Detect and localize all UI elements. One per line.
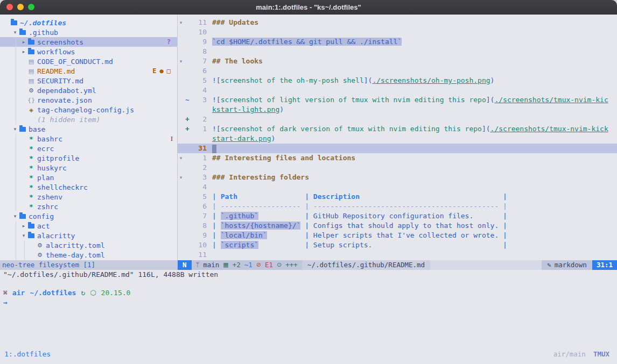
editor-row[interactable]: 2 — [178, 163, 617, 173]
editor-row[interactable]: 8| `hosts/{hostname}/` | Configs that sh… — [178, 221, 617, 231]
chevron-right-icon[interactable]: ▸ — [20, 223, 27, 229]
tree-item-label: huskyrc — [37, 164, 67, 172]
line-text: start-dark.png) — [212, 134, 275, 144]
tree-item-dotfiles[interactable]: ~/.dotfiles — [0, 18, 177, 27]
editor-row[interactable]: 5![screenshot of the oh-my-posh shell](.… — [178, 76, 617, 85]
editor-row[interactable]: ▾3### Interesting folders — [178, 173, 617, 182]
tree-item-dependabot-yml[interactable]: ⚙dependabot.yml — [0, 85, 177, 95]
tmux-window-item[interactable]: 1:.dotfiles — [4, 350, 51, 358]
fold-marker-icon[interactable]: ▾ — [178, 56, 184, 66]
folder-icon — [27, 223, 36, 230]
folder-icon — [27, 39, 36, 46]
editor-row[interactable]: 5| Path | Description | — [178, 192, 617, 202]
text: ) — [490, 76, 495, 84]
close-button[interactable] — [6, 4, 13, 10]
git-branch-text: main — [203, 260, 219, 270]
zoom-button[interactable] — [28, 4, 34, 10]
tree-item-readme-md[interactable]: ▤README.mdE●□ — [0, 66, 177, 76]
editor-row[interactable]: ~3![screenshot of light version of tmux … — [178, 95, 617, 105]
tree-item-1-hidden-item[interactable]: (1 hidden item) — [0, 115, 177, 124]
tree-item-theme-day-toml[interactable]: ⚙theme-day.toml — [0, 250, 177, 260]
indent-guide — [12, 231, 20, 240]
tree-item-label: renovate.json — [37, 96, 92, 104]
fold-marker-icon[interactable]: ▾ — [178, 18, 184, 27]
fold-marker-icon[interactable]: ▾ — [178, 173, 184, 182]
editor-row[interactable]: 6| ------------------- | ---------------… — [178, 202, 617, 211]
minimize-button[interactable] — [17, 4, 24, 10]
tree-item-plan[interactable]: *plan — [0, 173, 177, 182]
editor-row[interactable]: 4 — [178, 182, 617, 192]
chevron-right-icon[interactable]: ▸ — [20, 49, 27, 54]
tree-item-shellcheckrc[interactable]: *shellcheckrc — [0, 182, 177, 192]
tree-item-gitprofile[interactable]: *gitprofile — [0, 153, 177, 163]
editor-row[interactable]: start-dark.png) — [178, 134, 617, 144]
tree-item-base[interactable]: ▾base — [0, 124, 177, 134]
mode-indicator: N — [178, 260, 192, 270]
inline-code: `.github` — [221, 212, 258, 220]
editor-row[interactable]: 8 — [178, 47, 617, 56]
text: | — [212, 241, 221, 249]
editor-row[interactable]: +1![screenshot of dark version of tmux w… — [178, 124, 617, 134]
dotfile-icon: * — [27, 203, 36, 211]
editor-pane[interactable]: ▾11### Updates109`cd $HOME/.dotfiles && … — [178, 15, 617, 260]
editor-row[interactable]: 10 — [178, 27, 617, 37]
editor-row[interactable]: ▾1## Interesting files and locations — [178, 153, 617, 163]
titlebar[interactable]: main:1:.dotfiles - "ks~/.dotfiles" — [0, 0, 617, 15]
tree-item-ecrc[interactable]: *ecrc — [0, 144, 177, 153]
chevron-right-icon[interactable]: ▸ — [20, 39, 27, 45]
chevron-down-icon[interactable]: ▾ — [12, 126, 18, 132]
line-number — [191, 105, 207, 115]
text: ![ — [212, 76, 221, 84]
chevron-down-icon[interactable]: ▾ — [12, 30, 18, 35]
editor-row[interactable]: 11 — [178, 250, 617, 260]
line-number: 10 — [191, 27, 207, 37]
indent-guide — [3, 76, 12, 85]
shell-area[interactable]: ⌘air~/.dotfiles↻⬡20.15.0 → — [0, 280, 617, 347]
indent-guide — [12, 144, 20, 153]
tree-item-alacritty[interactable]: ▾alacritty — [0, 231, 177, 240]
neo-tree-sidebar: ~/.dotfiles▾.github▸screenshots?▸workflo… — [0, 15, 178, 260]
text: ]( — [486, 96, 495, 104]
tree-item-act[interactable]: ▸act — [0, 221, 177, 231]
tree-item-zshenv[interactable]: *zshenv — [0, 192, 177, 202]
tree-item-github[interactable]: ▾.github — [0, 27, 177, 37]
tree-item-zshrc[interactable]: *zshrc — [0, 202, 177, 211]
indent-guide — [3, 221, 12, 231]
line-text: `cd $HOME/.dotfiles && git pull && ./ins… — [212, 37, 402, 47]
chevron-down-icon[interactable]: ▾ — [12, 213, 18, 219]
tree-item-bashrc[interactable]: *bashrcI — [0, 134, 177, 144]
tree-item-renovate-json[interactable]: {}renovate.json — [0, 95, 177, 105]
tree-item-config[interactable]: ▾config — [0, 211, 177, 221]
tree-item-label: zshenv — [37, 193, 62, 201]
editor-row[interactable]: 31 — [178, 144, 617, 153]
tree-item-huskyrc[interactable]: *huskyrc — [0, 163, 177, 173]
editor-row[interactable]: 7| `.github` | GitHub Repository configu… — [178, 211, 617, 221]
text: ) — [279, 105, 284, 113]
tmux-right-status: air/main TMUX — [553, 350, 609, 358]
gear-icon: ⚙ — [36, 252, 44, 259]
editor-row[interactable]: ▾11### Updates — [178, 18, 617, 27]
editor-row[interactable]: ▾7## The looks — [178, 56, 617, 66]
editor-row[interactable]: 10| `scripts` | Setup scripts. | — [178, 240, 617, 250]
tree-item-tag-changelog-config-js[interactable]: ◈tag-changelog-config.js — [0, 105, 177, 115]
tree-item-code-of-conduct-md[interactable]: ▤CODE_OF_CONDUCT.md — [0, 56, 177, 66]
tree-item-security-md[interactable]: ▤SECURITY.md — [0, 76, 177, 85]
git-status-badge: E — [152, 67, 156, 75]
editor-row[interactable]: 9| `local/bin` | Helper scripts that I'v… — [178, 231, 617, 240]
fold-marker-icon[interactable]: ▾ — [178, 153, 184, 163]
editor-row[interactable]: 6 — [178, 66, 617, 76]
line-number: 5 — [191, 192, 207, 202]
editor-row[interactable]: +2 — [178, 115, 617, 124]
tree-item-workflows[interactable]: ▸workflows — [0, 47, 177, 56]
editor-row[interactable]: kstart-light.png) — [178, 105, 617, 115]
tree-item-label: CODE_OF_CONDUCT.md — [37, 58, 113, 66]
dotfile-icon: * — [27, 135, 36, 143]
folder-icon — [27, 48, 36, 55]
tree-item-label: shellcheckrc — [37, 183, 88, 191]
editor-row[interactable]: 4 — [178, 85, 617, 95]
status-badges: E●□ — [152, 67, 177, 75]
editor-row[interactable]: 9`cd $HOME/.dotfiles && git pull && ./in… — [178, 37, 617, 47]
chevron-down-icon[interactable]: ▾ — [20, 233, 27, 238]
tree-item-alacritty-toml[interactable]: ⚙alacritty.toml — [0, 240, 177, 250]
tree-item-screenshots[interactable]: ▸screenshots? — [0, 37, 177, 47]
